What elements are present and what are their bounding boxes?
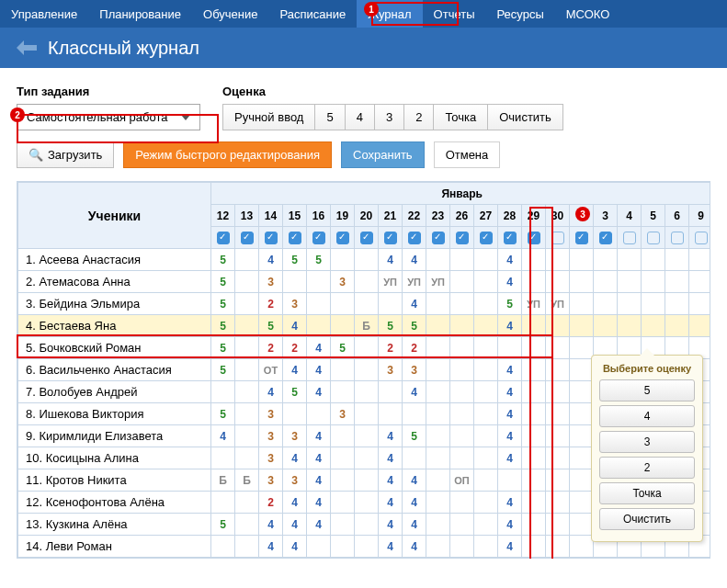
grade-cell[interactable]: 4 xyxy=(283,315,307,337)
grade-cell[interactable] xyxy=(283,403,307,425)
grade-cell[interactable]: 2 xyxy=(283,337,307,359)
day-checkbox[interactable] xyxy=(265,232,278,244)
day-checkbox[interactable] xyxy=(241,232,254,244)
grade-cell[interactable] xyxy=(618,271,642,293)
grade-cell[interactable] xyxy=(355,425,379,447)
grade-cell[interactable]: 4 xyxy=(498,271,522,293)
grade-cell[interactable] xyxy=(211,536,235,558)
student-name[interactable]: 2. Атемасова Анна xyxy=(18,271,211,293)
grade-cell[interactable]: 5 xyxy=(211,514,235,536)
popup-opt-1[interactable]: 4 xyxy=(599,405,695,427)
grade-btn-0[interactable]: Ручной ввод xyxy=(222,104,315,130)
grade-cell[interactable] xyxy=(403,447,426,469)
day-header[interactable]: 21 xyxy=(379,205,403,227)
grade-cell[interactable] xyxy=(570,536,594,558)
grade-cell[interactable] xyxy=(355,359,379,381)
grade-cell[interactable] xyxy=(450,293,474,315)
grade-cell[interactable] xyxy=(546,271,570,293)
grade-cell[interactable]: 4 xyxy=(379,492,403,514)
grade-cell[interactable] xyxy=(570,469,594,492)
fast-edit-button[interactable]: Режим быстрого редактирования xyxy=(123,141,332,168)
grade-cell[interactable]: 5 xyxy=(283,381,307,403)
student-name[interactable]: 10. Косицына Алина xyxy=(18,447,211,469)
grade-cell[interactable]: 3 xyxy=(403,359,426,381)
grade-cell[interactable] xyxy=(498,469,522,492)
day-header[interactable]: 15 xyxy=(283,205,307,227)
grade-btn-1[interactable]: 5 xyxy=(315,104,345,130)
grade-cell[interactable]: 4 xyxy=(379,469,403,492)
popup-opt-3[interactable]: 2 xyxy=(599,457,695,479)
grade-cell[interactable] xyxy=(665,271,689,293)
grade-cell[interactable] xyxy=(355,271,379,293)
grade-cell[interactable]: 4 xyxy=(498,381,522,403)
grade-cell[interactable] xyxy=(522,469,546,492)
day-header[interactable]: 28 xyxy=(498,205,522,227)
grade-cell[interactable] xyxy=(689,315,711,337)
grade-cell[interactable]: 4 xyxy=(283,492,307,514)
grade-cell[interactable] xyxy=(235,293,259,315)
grade-cell[interactable] xyxy=(403,403,426,425)
grade-cell[interactable] xyxy=(307,536,331,558)
grade-cell[interactable] xyxy=(426,293,450,315)
grade-cell[interactable] xyxy=(331,425,355,447)
grade-cell[interactable] xyxy=(474,271,498,293)
grade-cell[interactable] xyxy=(426,447,450,469)
grade-cell[interactable]: 3 xyxy=(331,271,355,293)
grade-cell[interactable] xyxy=(546,514,570,536)
grade-cell[interactable] xyxy=(474,469,498,492)
grade-cell[interactable] xyxy=(426,403,450,425)
grade-cell[interactable] xyxy=(450,249,474,271)
grade-btn-2[interactable]: 4 xyxy=(346,104,375,130)
grade-cell[interactable] xyxy=(546,447,570,469)
day-header[interactable]: 16 xyxy=(307,205,331,227)
grade-cell[interactable]: 4 xyxy=(259,249,283,271)
grade-cell[interactable] xyxy=(355,403,379,425)
grade-cell[interactable] xyxy=(283,271,307,293)
grade-cell[interactable] xyxy=(570,381,594,403)
grade-cell[interactable] xyxy=(546,536,570,558)
grade-cell[interactable] xyxy=(570,447,594,469)
grade-cell[interactable] xyxy=(546,337,570,359)
grade-cell[interactable]: 4 xyxy=(307,381,331,403)
grade-cell[interactable]: 3 xyxy=(259,447,283,469)
grade-cell[interactable]: 4 xyxy=(498,359,522,381)
grade-cell[interactable] xyxy=(235,337,259,359)
grade-cell[interactable] xyxy=(426,337,450,359)
grade-cell[interactable] xyxy=(235,359,259,381)
student-name[interactable]: 7. Волобуев Андрей xyxy=(18,381,211,403)
day-header[interactable]: 27 xyxy=(474,205,498,227)
grade-cell[interactable]: 4 xyxy=(498,492,522,514)
grade-cell[interactable] xyxy=(474,337,498,359)
grade-cell[interactable] xyxy=(235,447,259,469)
grade-cell[interactable] xyxy=(474,447,498,469)
day-header[interactable]: 3 xyxy=(594,205,618,227)
grade-cell[interactable] xyxy=(235,271,259,293)
grade-cell[interactable]: 4 xyxy=(403,249,426,271)
grade-cell[interactable] xyxy=(355,447,379,469)
grade-cell[interactable] xyxy=(642,293,665,315)
student-name[interactable]: 11. Кротов Никита xyxy=(18,469,211,492)
grade-cell[interactable]: 4 xyxy=(307,337,331,359)
grade-cell[interactable] xyxy=(474,425,498,447)
grade-cell[interactable] xyxy=(570,403,594,425)
student-name[interactable]: 8. Ишекова Виктория xyxy=(18,403,211,425)
grade-cell[interactable] xyxy=(522,447,546,469)
grade-btn-3[interactable]: 3 xyxy=(375,104,404,130)
day-header[interactable]: 12 xyxy=(211,205,235,227)
grade-cell[interactable] xyxy=(331,293,355,315)
grade-cell[interactable] xyxy=(665,249,689,271)
grade-cell[interactable]: 4 xyxy=(283,536,307,558)
grade-cell[interactable] xyxy=(235,514,259,536)
grade-cell[interactable]: Б xyxy=(211,469,235,492)
grade-cell[interactable]: 4 xyxy=(379,514,403,536)
day-checkbox[interactable] xyxy=(312,232,325,244)
grade-cell[interactable] xyxy=(594,293,618,315)
grade-cell[interactable] xyxy=(522,315,546,337)
grade-cell[interactable] xyxy=(379,403,403,425)
grade-cell[interactable]: 4 xyxy=(307,447,331,469)
grade-cell[interactable]: 4 xyxy=(498,315,522,337)
grade-cell[interactable] xyxy=(522,536,546,558)
student-name[interactable]: 4. Бестаева Яна xyxy=(18,315,211,337)
grade-cell[interactable] xyxy=(426,425,450,447)
grade-cell[interactable]: 3 xyxy=(259,271,283,293)
